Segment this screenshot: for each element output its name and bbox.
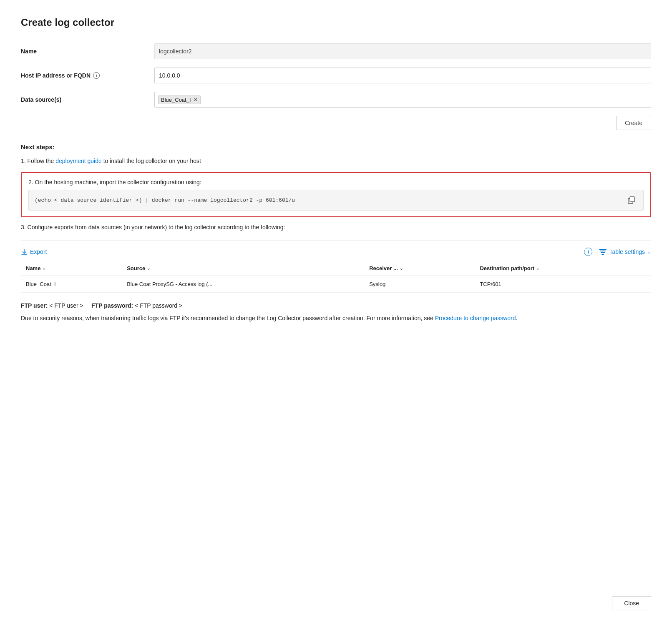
svg-rect-1 xyxy=(630,197,634,202)
host-info-icon[interactable]: i xyxy=(93,72,100,79)
datasource-label: Data source(s) xyxy=(21,96,154,103)
col-header-source[interactable]: Source ⌄ xyxy=(122,261,364,276)
export-icon xyxy=(21,248,28,255)
table-row: Blue_Coat_I Blue Coat ProxySG - Access l… xyxy=(21,276,651,293)
ftp-user-label: FTP user: xyxy=(21,302,48,309)
host-row: Host IP address or FQDN i xyxy=(21,68,651,83)
step1: 1. Follow the deployment guide to instal… xyxy=(21,156,651,166)
datasource-input[interactable]: Blue_Coat_I ✕ xyxy=(154,92,651,108)
ftp-user-value: < FTP user > xyxy=(49,302,83,309)
name-input[interactable] xyxy=(154,43,651,59)
ftp-password-label: FTP password: xyxy=(91,302,133,309)
cell-name: Blue_Coat_I xyxy=(21,276,122,293)
source-sort-icon: ⌄ xyxy=(147,266,150,271)
host-label: Host IP address or FQDN i xyxy=(21,72,154,79)
datasource-tag-label: Blue_Coat_I xyxy=(161,97,191,103)
create-button[interactable]: Create xyxy=(616,116,651,130)
svg-rect-3 xyxy=(600,251,606,251)
close-button[interactable]: Close xyxy=(612,596,651,610)
deployment-guide-link[interactable]: deployment guide xyxy=(55,158,102,164)
step3-text: 3. Configure exports from data sources (… xyxy=(21,224,651,231)
table-settings-label: Table settings xyxy=(609,248,645,255)
next-steps-title: Next steps: xyxy=(21,143,651,150)
create-btn-row: Create xyxy=(21,116,651,130)
export-button[interactable]: Export xyxy=(21,248,47,255)
change-password-link[interactable]: Procedure to change password xyxy=(435,315,516,321)
datasource-tag-close[interactable]: ✕ xyxy=(194,97,198,102)
next-steps-section: Next steps: 1. Follow the deployment gui… xyxy=(21,143,651,231)
ftp-note: Due to security reasons, when transferri… xyxy=(21,314,651,324)
copy-icon[interactable] xyxy=(626,194,637,206)
table-body: Blue_Coat_I Blue Coat ProxySG - Access l… xyxy=(21,276,651,293)
table-toolbar: Export i Table settings ⌄ xyxy=(21,248,651,256)
svg-rect-2 xyxy=(599,249,607,250)
svg-rect-5 xyxy=(602,254,604,255)
table-info-icon[interactable]: i xyxy=(584,248,592,256)
command-box: (echo < data source identifier >) | dock… xyxy=(28,190,644,211)
step2-text: 2. On the hosting machine, import the co… xyxy=(28,179,644,186)
command-text: (echo < data source identifier >) | dock… xyxy=(35,197,295,203)
name-label: Name xyxy=(21,48,154,55)
name-sort-icon: ⌄ xyxy=(42,266,45,271)
table-settings-button[interactable]: Table settings ⌄ xyxy=(599,248,651,255)
cell-source: Blue Coat ProxySG - Access log (... xyxy=(122,276,364,293)
step2-box: 2. On the hosting machine, import the co… xyxy=(21,172,651,217)
table-settings-icon xyxy=(599,249,607,255)
cell-receiver: Syslog xyxy=(364,276,475,293)
step1-suffix: to install the log collector on your hos… xyxy=(102,158,201,164)
page-title: Create log collector xyxy=(21,17,651,28)
receiver-sort-icon: ⌄ xyxy=(400,266,403,271)
table-header: Name ⌄ Source ⌄ Receiver ... ⌄ xyxy=(21,261,651,276)
divider xyxy=(21,241,651,241)
table-actions: i Table settings ⌄ xyxy=(584,248,651,256)
host-input[interactable] xyxy=(154,68,651,83)
svg-rect-4 xyxy=(601,252,605,253)
step1-prefix: 1. Follow the xyxy=(21,158,55,164)
ftp-section: FTP user: < FTP user > FTP password: < F… xyxy=(21,301,651,324)
table-settings-chevron: ⌄ xyxy=(647,249,651,255)
destination-sort-icon: ⌄ xyxy=(536,266,539,271)
ftp-password-value: < FTP password > xyxy=(135,302,182,309)
data-table: Name ⌄ Source ⌄ Receiver ... ⌄ xyxy=(21,261,651,293)
datasource-tag: Blue_Coat_I ✕ xyxy=(158,95,201,104)
ftp-row: FTP user: < FTP user > FTP password: < F… xyxy=(21,301,651,311)
col-header-destination[interactable]: Destination path/port ⌄ xyxy=(475,261,651,276)
col-header-name[interactable]: Name ⌄ xyxy=(21,261,122,276)
col-header-receiver[interactable]: Receiver ... ⌄ xyxy=(364,261,475,276)
export-label: Export xyxy=(30,248,47,255)
name-row: Name xyxy=(21,43,651,59)
cell-destination: TCP/601 xyxy=(475,276,651,293)
datasource-row: Data source(s) Blue_Coat_I ✕ xyxy=(21,92,651,108)
close-btn-row: Close xyxy=(612,596,651,610)
